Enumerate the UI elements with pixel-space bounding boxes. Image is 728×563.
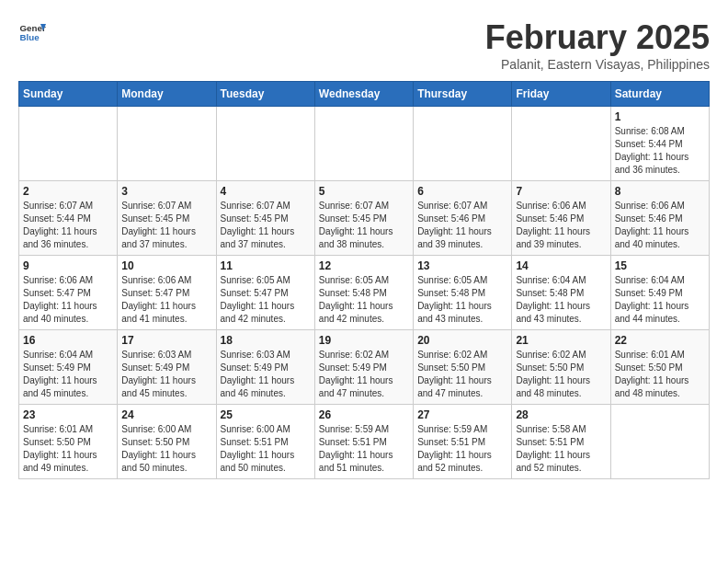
calendar-cell [118, 107, 216, 181]
calendar-cell: 10Sunrise: 6:06 AM Sunset: 5:47 PM Dayli… [118, 256, 216, 330]
day-number: 12 [319, 259, 409, 272]
day-info: Sunrise: 6:03 AM Sunset: 5:49 PM Dayligh… [121, 349, 211, 400]
weekday-header: Wednesday [314, 82, 413, 107]
day-info: Sunrise: 6:04 AM Sunset: 5:48 PM Dayligh… [516, 274, 606, 326]
calendar-cell: 28Sunrise: 5:58 AM Sunset: 5:51 PM Dayli… [512, 405, 610, 479]
day-info: Sunrise: 6:07 AM Sunset: 5:45 PM Dayligh… [221, 200, 311, 251]
calendar-cell: 15Sunrise: 6:04 AM Sunset: 5:49 PM Dayli… [610, 256, 709, 330]
calendar-cell: 25Sunrise: 6:00 AM Sunset: 5:51 PM Dayli… [216, 405, 314, 479]
day-info: Sunrise: 6:01 AM Sunset: 5:50 PM Dayligh… [615, 349, 705, 400]
calendar-cell [19, 107, 118, 181]
calendar-table: SundayMondayTuesdayWednesdayThursdayFrid… [18, 81, 710, 479]
calendar-cell: 7Sunrise: 6:06 AM Sunset: 5:46 PM Daylig… [512, 181, 610, 256]
day-info: Sunrise: 6:01 AM Sunset: 5:50 PM Dayligh… [23, 423, 113, 475]
calendar-cell: 19Sunrise: 6:02 AM Sunset: 5:49 PM Dayli… [314, 330, 413, 405]
day-info: Sunrise: 6:05 AM Sunset: 5:47 PM Dayligh… [221, 274, 311, 326]
calendar-cell: 3Sunrise: 6:07 AM Sunset: 5:45 PM Daylig… [118, 181, 216, 256]
day-number: 9 [23, 259, 113, 272]
day-number: 6 [417, 185, 507, 198]
calendar-week-row: 16Sunrise: 6:04 AM Sunset: 5:49 PM Dayli… [19, 330, 710, 405]
day-number: 27 [417, 408, 507, 421]
weekday-header: Sunday [19, 82, 118, 107]
calendar-cell: 6Sunrise: 6:07 AM Sunset: 5:46 PM Daylig… [414, 181, 512, 256]
calendar-cell: 8Sunrise: 6:06 AM Sunset: 5:46 PM Daylig… [610, 181, 709, 256]
day-info: Sunrise: 6:07 AM Sunset: 5:45 PM Dayligh… [121, 200, 211, 251]
calendar-week-row: 2Sunrise: 6:07 AM Sunset: 5:44 PM Daylig… [19, 181, 710, 256]
calendar-cell: 17Sunrise: 6:03 AM Sunset: 5:49 PM Dayli… [118, 330, 216, 405]
calendar-cell: 2Sunrise: 6:07 AM Sunset: 5:44 PM Daylig… [19, 181, 118, 256]
svg-text:Blue: Blue [20, 32, 40, 42]
day-number: 13 [417, 259, 507, 272]
day-number: 8 [615, 185, 705, 198]
calendar-cell: 20Sunrise: 6:02 AM Sunset: 5:50 PM Dayli… [414, 330, 512, 405]
day-number: 17 [121, 334, 211, 347]
weekday-header: Thursday [414, 82, 512, 107]
day-number: 26 [319, 408, 409, 421]
day-info: Sunrise: 6:06 AM Sunset: 5:46 PM Dayligh… [516, 200, 606, 251]
calendar-cell: 1Sunrise: 6:08 AM Sunset: 5:44 PM Daylig… [610, 107, 709, 181]
day-number: 11 [221, 259, 311, 272]
calendar-cell: 26Sunrise: 5:59 AM Sunset: 5:51 PM Dayli… [314, 405, 413, 479]
calendar-cell [414, 107, 512, 181]
day-info: Sunrise: 6:07 AM Sunset: 5:45 PM Dayligh… [319, 200, 409, 251]
logo: General Blue [18, 18, 46, 46]
day-info: Sunrise: 6:07 AM Sunset: 5:46 PM Dayligh… [417, 200, 507, 251]
day-info: Sunrise: 6:06 AM Sunset: 5:46 PM Dayligh… [615, 200, 705, 251]
day-info: Sunrise: 6:07 AM Sunset: 5:44 PM Dayligh… [23, 200, 113, 251]
calendar-cell: 12Sunrise: 6:05 AM Sunset: 5:48 PM Dayli… [314, 256, 413, 330]
calendar-cell: 14Sunrise: 6:04 AM Sunset: 5:48 PM Dayli… [512, 256, 610, 330]
calendar-week-row: 1Sunrise: 6:08 AM Sunset: 5:44 PM Daylig… [19, 107, 710, 181]
calendar-cell: 21Sunrise: 6:02 AM Sunset: 5:50 PM Dayli… [512, 330, 610, 405]
weekday-header-row: SundayMondayTuesdayWednesdayThursdayFrid… [19, 82, 710, 107]
day-number: 15 [615, 259, 705, 272]
day-number: 24 [121, 408, 211, 421]
day-info: Sunrise: 6:05 AM Sunset: 5:48 PM Dayligh… [417, 274, 507, 326]
day-number: 7 [516, 185, 606, 198]
calendar-week-row: 23Sunrise: 6:01 AM Sunset: 5:50 PM Dayli… [19, 405, 710, 479]
day-number: 3 [121, 185, 211, 198]
day-info: Sunrise: 5:58 AM Sunset: 5:51 PM Dayligh… [516, 423, 606, 475]
day-info: Sunrise: 6:08 AM Sunset: 5:44 PM Dayligh… [615, 125, 705, 177]
day-number: 14 [516, 259, 606, 272]
day-info: Sunrise: 6:06 AM Sunset: 5:47 PM Dayligh… [23, 274, 113, 326]
day-info: Sunrise: 6:06 AM Sunset: 5:47 PM Dayligh… [121, 274, 211, 326]
day-info: Sunrise: 6:02 AM Sunset: 5:50 PM Dayligh… [417, 349, 507, 400]
day-number: 20 [417, 334, 507, 347]
day-info: Sunrise: 6:04 AM Sunset: 5:49 PM Dayligh… [615, 274, 705, 326]
weekday-header: Tuesday [216, 82, 314, 107]
calendar-cell: 13Sunrise: 6:05 AM Sunset: 5:48 PM Dayli… [414, 256, 512, 330]
calendar-subtitle: Palanit, Eastern Visayas, Philippines [485, 57, 710, 72]
calendar-title: February 2025 [485, 18, 710, 57]
day-number: 28 [516, 408, 606, 421]
day-number: 5 [319, 185, 409, 198]
day-number: 4 [221, 185, 311, 198]
day-number: 10 [121, 259, 211, 272]
weekday-header: Monday [118, 82, 216, 107]
calendar-cell: 9Sunrise: 6:06 AM Sunset: 5:47 PM Daylig… [19, 256, 118, 330]
calendar-cell: 5Sunrise: 6:07 AM Sunset: 5:45 PM Daylig… [314, 181, 413, 256]
day-info: Sunrise: 5:59 AM Sunset: 5:51 PM Dayligh… [417, 423, 507, 475]
calendar-cell: 24Sunrise: 6:00 AM Sunset: 5:50 PM Dayli… [118, 405, 216, 479]
calendar-cell: 23Sunrise: 6:01 AM Sunset: 5:50 PM Dayli… [19, 405, 118, 479]
calendar-cell: 4Sunrise: 6:07 AM Sunset: 5:45 PM Daylig… [216, 181, 314, 256]
day-info: Sunrise: 6:04 AM Sunset: 5:49 PM Dayligh… [23, 349, 113, 400]
calendar-cell: 27Sunrise: 5:59 AM Sunset: 5:51 PM Dayli… [414, 405, 512, 479]
logo-icon: General Blue [18, 18, 46, 46]
calendar-cell: 16Sunrise: 6:04 AM Sunset: 5:49 PM Dayli… [19, 330, 118, 405]
calendar-cell [216, 107, 314, 181]
calendar-cell: 18Sunrise: 6:03 AM Sunset: 5:49 PM Dayli… [216, 330, 314, 405]
day-number: 16 [23, 334, 113, 347]
day-info: Sunrise: 6:00 AM Sunset: 5:51 PM Dayligh… [221, 423, 311, 475]
calendar-cell [512, 107, 610, 181]
calendar-cell: 22Sunrise: 6:01 AM Sunset: 5:50 PM Dayli… [610, 330, 709, 405]
calendar-week-row: 9Sunrise: 6:06 AM Sunset: 5:47 PM Daylig… [19, 256, 710, 330]
calendar-cell: 11Sunrise: 6:05 AM Sunset: 5:47 PM Dayli… [216, 256, 314, 330]
day-number: 21 [516, 334, 606, 347]
calendar-cell [314, 107, 413, 181]
day-number: 22 [615, 334, 705, 347]
day-number: 18 [221, 334, 311, 347]
day-number: 1 [615, 110, 705, 123]
day-number: 19 [319, 334, 409, 347]
title-area: February 2025 Palanit, Eastern Visayas, … [485, 18, 710, 72]
weekday-header: Friday [512, 82, 610, 107]
